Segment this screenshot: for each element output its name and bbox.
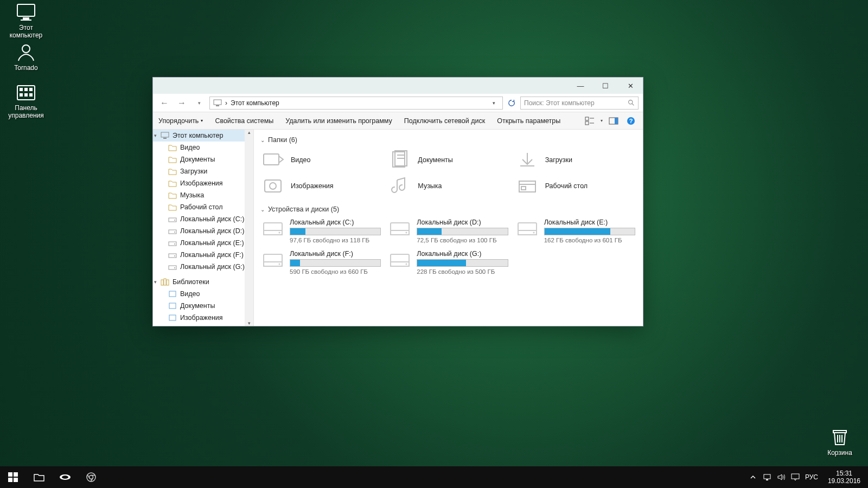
- help-button[interactable]: ?: [624, 114, 637, 127]
- forward-button[interactable]: →: [175, 96, 189, 110]
- sidebar-item-label: Рабочий стол: [180, 203, 222, 211]
- sidebar-item-folder[interactable]: Загрузки: [153, 165, 253, 177]
- folder-item[interactable]: Документы: [387, 148, 509, 172]
- sidebar-item-drive[interactable]: Локальный диск (C:): [153, 213, 253, 225]
- svg-rect-6: [24, 88, 28, 91]
- folder-label: Документы: [418, 156, 452, 164]
- search-placeholder: Поиск: Этот компьютер: [524, 99, 595, 107]
- titlebar[interactable]: ― ☐ ✕: [153, 78, 643, 94]
- refresh-button[interactable]: [506, 97, 517, 109]
- minimize-button[interactable]: ―: [568, 78, 593, 94]
- svg-rect-29: [169, 218, 176, 222]
- sidebar-item-drive[interactable]: Локальный диск (D:): [153, 225, 253, 237]
- drive-icon: [168, 227, 177, 235]
- sidebar-item-drive[interactable]: Локальный диск (G:): [153, 261, 253, 273]
- scroll-down-icon[interactable]: ▾: [248, 320, 251, 326]
- sidebar-item-libraries[interactable]: ▾ Библиотеки: [153, 276, 253, 288]
- sidebar-item-drive[interactable]: Локальный диск (E:): [153, 237, 253, 249]
- drive-label: Локальный диск (D:): [417, 219, 508, 226]
- expand-icon[interactable]: ▾: [154, 279, 157, 285]
- desktop-icon-tornado[interactable]: Tornado: [4, 43, 48, 72]
- sidebar-item-folder[interactable]: Видео: [153, 142, 253, 153]
- start-button[interactable]: [0, 466, 26, 488]
- taskbar-app-button[interactable]: [52, 466, 78, 488]
- sidebar-item-library[interactable]: Документы: [153, 300, 253, 312]
- svg-point-60: [406, 232, 407, 234]
- recent-dropdown[interactable]: ▾: [192, 96, 206, 110]
- sidebar-item-folder[interactable]: Изображения: [153, 177, 253, 189]
- scrollbar[interactable]: ▴▾: [245, 130, 253, 326]
- folder-item[interactable]: Музыка: [387, 174, 509, 198]
- expand-icon[interactable]: ▾: [154, 133, 157, 138]
- view-options-button[interactable]: [583, 114, 596, 127]
- folder-item[interactable]: Загрузки: [515, 148, 636, 172]
- svg-point-75: [62, 476, 68, 479]
- folder-type-icon: [261, 176, 284, 196]
- desktop-icon-control-panel[interactable]: Панель управления: [4, 84, 48, 119]
- search-input[interactable]: Поиск: Этот компьютер: [520, 97, 639, 110]
- desktop-icon-this-pc[interactable]: Этот компьютер: [4, 3, 48, 39]
- folder-item[interactable]: Изображения: [260, 174, 382, 198]
- drive-icon: [168, 263, 177, 271]
- folder-label: Музыка: [418, 182, 442, 190]
- drive-item[interactable]: Локальный диск (D:)72,5 ГБ свободно из 1…: [387, 217, 509, 245]
- drive-item[interactable]: Локальный диск (C:)97,6 ГБ свободно из 1…: [260, 217, 382, 245]
- desktop-icon-label: Панель управления: [4, 104, 48, 119]
- group-header-folders[interactable]: ⌄ Папки (6): [260, 136, 636, 144]
- svg-point-69: [406, 264, 407, 265]
- system-properties-button[interactable]: Свойства системы: [215, 117, 273, 125]
- sidebar-item-label: Локальный диск (C:): [180, 215, 244, 223]
- back-button[interactable]: ←: [157, 96, 171, 110]
- folder-item[interactable]: Видео: [260, 148, 382, 172]
- address-bar[interactable]: › Этот компьютер ▾: [209, 97, 503, 110]
- preview-pane-button[interactable]: [607, 114, 620, 127]
- folder-item[interactable]: Рабочий стол: [515, 174, 636, 198]
- drive-usage-bar: [290, 228, 381, 235]
- folder-icon: [168, 156, 177, 163]
- folder-label: Изображения: [291, 182, 334, 190]
- open-settings-button[interactable]: Открыть параметры: [497, 117, 560, 125]
- address-dropdown[interactable]: ▾: [488, 97, 499, 109]
- address-sep: ›: [225, 99, 227, 107]
- drive-label: Локальный диск (C:): [290, 219, 381, 226]
- network-icon[interactable]: [763, 473, 771, 481]
- map-network-drive-button[interactable]: Подключить сетевой диск: [404, 117, 485, 125]
- close-button[interactable]: ✕: [618, 78, 643, 94]
- action-center-icon[interactable]: [791, 473, 800, 481]
- maximize-button[interactable]: ☐: [593, 78, 618, 94]
- drive-item[interactable]: Локальный диск (E:)162 ГБ свободно из 60…: [515, 217, 636, 245]
- tray-overflow-button[interactable]: [749, 473, 757, 481]
- folder-type-icon: [516, 150, 539, 170]
- sidebar-item-this-pc[interactable]: ▾ Этот компьютер: [153, 130, 253, 142]
- volume-icon[interactable]: [777, 473, 786, 481]
- svg-point-38: [174, 267, 175, 268]
- desktop-icon-recycle-bin[interactable]: Корзина: [818, 428, 861, 457]
- sidebar-item-folder[interactable]: Музыка: [153, 189, 253, 201]
- view-dropdown-icon[interactable]: ▾: [601, 118, 603, 123]
- language-indicator[interactable]: РУС: [805, 473, 818, 481]
- scroll-up-icon[interactable]: ▴: [248, 130, 251, 135]
- svg-rect-5: [20, 88, 23, 91]
- drive-item[interactable]: Локальный диск (F:)590 ГБ свободно из 66…: [260, 249, 382, 276]
- sidebar-item-drive[interactable]: Локальный диск (F:): [153, 249, 253, 261]
- sidebar-item-label: Видео: [180, 144, 200, 151]
- taskbar-chrome-button[interactable]: [78, 466, 104, 488]
- sidebar-item-library[interactable]: Изображения: [153, 312, 253, 324]
- sidebar-item-folder[interactable]: Рабочий стол: [153, 201, 253, 213]
- sidebar-item-library[interactable]: Видео: [153, 288, 253, 300]
- uninstall-program-button[interactable]: Удалить или изменить программу: [285, 117, 392, 125]
- clock[interactable]: 15:31 19.03.2016: [824, 470, 865, 485]
- svg-point-3: [22, 45, 30, 53]
- svg-rect-40: [164, 279, 166, 285]
- drive-label: Локальный диск (G:): [417, 250, 508, 258]
- svg-rect-0: [17, 4, 35, 16]
- group-header-drives[interactable]: ⌄ Устройства и диски (5): [260, 206, 636, 213]
- toolbar: Упорядочить▾ Свойства системы Удалить ил…: [153, 112, 643, 130]
- drive-item[interactable]: Локальный диск (G:)228 ГБ свободно из 50…: [387, 249, 509, 276]
- sidebar-item-folder[interactable]: Документы: [153, 153, 253, 165]
- folder-icon: [168, 203, 177, 211]
- nav-row: ← → ▾ › Этот компьютер ▾ Поиск: Этот ком…: [153, 94, 643, 112]
- taskbar-explorer-button[interactable]: [26, 466, 52, 488]
- svg-point-30: [174, 220, 175, 221]
- organize-menu[interactable]: Упорядочить▾: [158, 117, 203, 125]
